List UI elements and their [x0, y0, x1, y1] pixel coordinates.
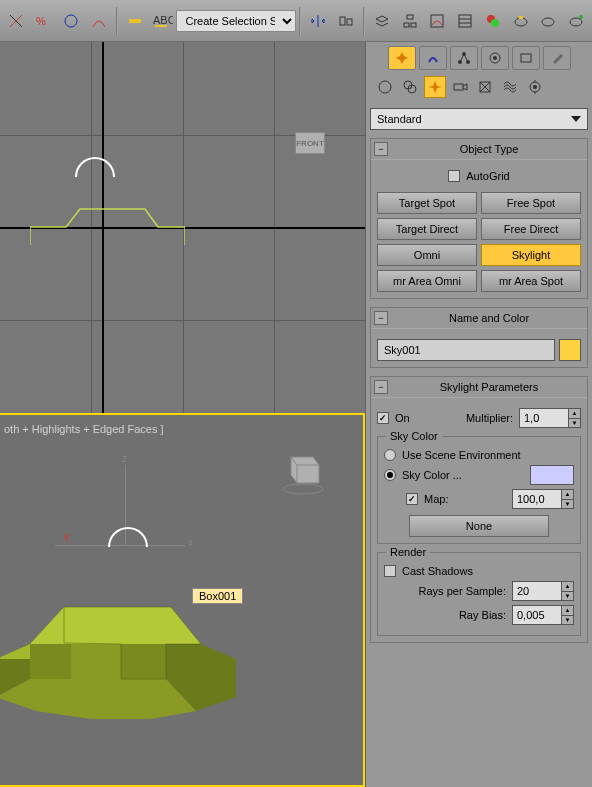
map-none-button[interactable]: None	[409, 515, 549, 537]
separator	[363, 7, 365, 35]
named-sel-icon[interactable]: ABC	[150, 8, 176, 34]
sky-color-radio[interactable]	[384, 469, 396, 481]
type-btn-free-spot[interactable]: Free Spot	[481, 192, 581, 214]
svg-point-31	[379, 81, 391, 93]
modify-tab-icon[interactable]	[419, 46, 447, 70]
align-icon[interactable]	[333, 8, 359, 34]
viewport-perspective[interactable]: oth + Highlights + Edged Faces ] Y	[0, 413, 365, 788]
multiplier-label: Multiplier:	[416, 412, 513, 424]
snap-rotate-icon[interactable]	[59, 8, 85, 34]
box-mesh[interactable]	[0, 589, 256, 725]
multiplier-spinner[interactable]	[519, 408, 569, 428]
separator	[116, 7, 118, 35]
viewport-shading-label: oth + Highlights + Edged Faces ]	[4, 423, 164, 435]
spinner-arrows[interactable]: ▲▼	[562, 581, 574, 601]
skycolor-legend: Sky Color	[386, 430, 442, 442]
sky-color-swatch[interactable]	[530, 465, 574, 485]
svg-point-3	[65, 15, 77, 27]
command-panel: Standard − Object Type AutoGrid Target S…	[365, 42, 592, 787]
type-btn-target-spot[interactable]: Target Spot	[377, 192, 477, 214]
curve-editor-icon[interactable]	[424, 8, 450, 34]
object-name-input[interactable]	[377, 339, 555, 361]
svg-rect-8	[407, 15, 413, 19]
on-checkbox[interactable]	[377, 412, 389, 424]
subcategory-dropdown[interactable]: Standard	[370, 108, 588, 130]
cast-shadows-checkbox[interactable]	[384, 565, 396, 577]
rollout-toggle-icon[interactable]: −	[374, 142, 388, 156]
map-spinner[interactable]	[512, 489, 562, 509]
shapes-icon[interactable]	[399, 76, 421, 98]
viewcube-icon[interactable]	[279, 449, 325, 495]
object-type-rollout-header[interactable]: − Object Type	[371, 139, 587, 160]
type-btn-omni[interactable]: Omni	[377, 244, 477, 266]
svg-rect-30	[521, 54, 531, 62]
skylight-gizmo-icon[interactable]	[75, 157, 115, 177]
wireframe-box[interactable]	[30, 207, 185, 245]
cast-shadows-label: Cast Shadows	[402, 565, 473, 577]
lights-icon[interactable]	[424, 76, 446, 98]
bias-spinner[interactable]	[512, 605, 562, 625]
sky-color-label: Sky Color ...	[402, 469, 462, 481]
skylight-params-rollout-header[interactable]: − Skylight Parameters	[371, 377, 587, 398]
separator	[299, 7, 301, 35]
rollout-toggle-icon[interactable]: −	[374, 311, 388, 325]
snap-arc-icon[interactable]	[86, 8, 112, 34]
viewport-front[interactable]: FRONT	[0, 42, 365, 413]
helpers-icon[interactable]	[474, 76, 496, 98]
selection-set-dropdown[interactable]: Create Selection Se	[176, 10, 296, 32]
material-editor-icon[interactable]	[480, 8, 506, 34]
map-checkbox[interactable]	[406, 493, 418, 505]
svg-point-21	[579, 15, 583, 19]
type-btn-target-direct[interactable]: Target Direct	[377, 218, 477, 240]
svg-line-27	[464, 54, 468, 62]
rays-spinner[interactable]	[512, 581, 562, 601]
object-tooltip: Box001	[192, 588, 243, 604]
svg-point-22	[283, 484, 323, 494]
utilities-tab-icon[interactable]	[543, 46, 571, 70]
display-tab-icon[interactable]	[512, 46, 540, 70]
hierarchy-tab-icon[interactable]	[450, 46, 478, 70]
type-btn-mr-area-spot[interactable]: mr Area Spot	[481, 270, 581, 292]
svg-rect-9	[404, 23, 409, 27]
chevron-down-icon	[571, 116, 581, 122]
spinner-arrows[interactable]: ▲▼	[562, 605, 574, 625]
on-label: On	[395, 412, 410, 424]
layers-icon[interactable]	[369, 8, 395, 34]
key-icon[interactable]	[122, 8, 148, 34]
dope-sheet-icon[interactable]	[452, 8, 478, 34]
skylight-gizmo-icon[interactable]	[108, 527, 148, 547]
spinner-arrows[interactable]: ▲▼	[562, 489, 574, 509]
mirror-icon[interactable]	[305, 8, 331, 34]
percent-icon[interactable]: %	[31, 8, 57, 34]
rollout-toggle-icon[interactable]: −	[374, 380, 388, 394]
use-scene-env-radio[interactable]	[384, 449, 396, 461]
svg-rect-34	[454, 84, 463, 90]
svg-rect-18	[519, 16, 523, 19]
name-color-rollout-header[interactable]: − Name and Color	[371, 308, 587, 329]
render-icon[interactable]	[563, 8, 589, 34]
svg-rect-12	[459, 15, 471, 27]
geometry-icon[interactable]	[374, 76, 396, 98]
svg-point-39	[533, 85, 537, 89]
svg-rect-7	[347, 19, 352, 25]
type-btn-free-direct[interactable]: Free Direct	[481, 218, 581, 240]
spacewarps-icon[interactable]	[499, 76, 521, 98]
motion-tab-icon[interactable]	[481, 46, 509, 70]
object-color-swatch[interactable]	[559, 339, 581, 361]
render-legend: Render	[386, 546, 430, 558]
render-setup-icon[interactable]	[508, 8, 534, 34]
svg-point-20	[570, 18, 582, 26]
cameras-icon[interactable]	[449, 76, 471, 98]
type-btn-mr-area-omni[interactable]: mr Area Omni	[377, 270, 477, 292]
spinner-arrows[interactable]: ▲▼	[569, 408, 581, 428]
render-frame-icon[interactable]	[535, 8, 561, 34]
create-tab-icon[interactable]	[388, 46, 416, 70]
tool-icon[interactable]	[3, 8, 29, 34]
svg-point-16	[491, 19, 499, 27]
autogrid-checkbox[interactable]	[448, 170, 460, 182]
schematic-icon[interactable]	[397, 8, 423, 34]
type-btn-skylight[interactable]: Skylight	[481, 244, 581, 266]
viewcube-front[interactable]: FRONT	[295, 132, 325, 154]
systems-icon[interactable]	[524, 76, 546, 98]
autogrid-label: AutoGrid	[466, 170, 509, 182]
